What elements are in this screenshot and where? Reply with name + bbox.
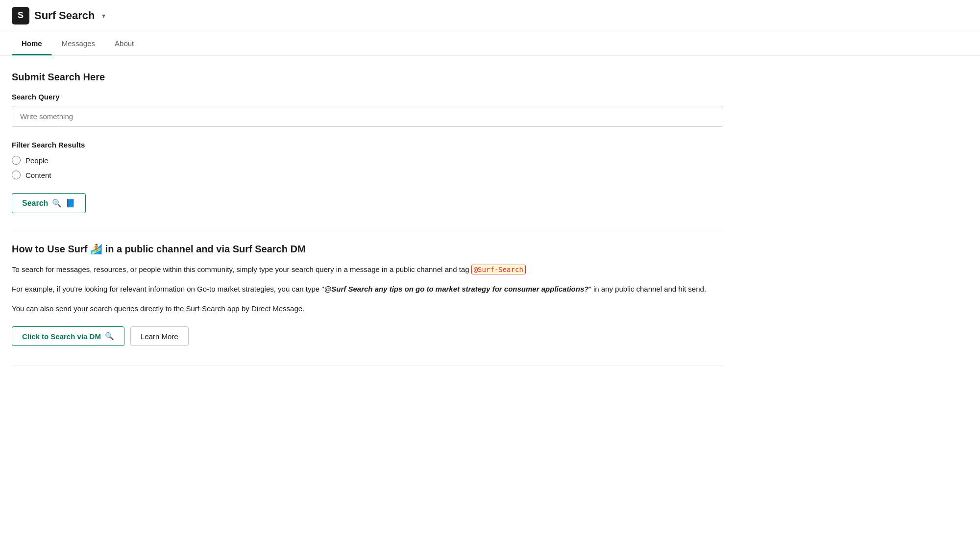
action-buttons: Click to Search via DM 🔍 Learn More: [12, 326, 723, 346]
query-label: Search Query: [12, 93, 723, 101]
bottom-divider: [12, 366, 723, 366]
search-button[interactable]: Search 🔍 📘: [12, 193, 86, 213]
search-button-label: Search: [22, 199, 48, 208]
filter-people[interactable]: People: [12, 156, 723, 165]
main-content: Submit Search Here Search Query Filter S…: [0, 56, 735, 382]
btn-dm-icon: 🔍: [105, 332, 114, 341]
filter-label: Filter Search Results: [12, 141, 723, 149]
how-to-title: How to Use Surf 🏄 in a public channel an…: [12, 243, 723, 255]
filter-radio-group: People Content: [12, 156, 723, 179]
nav-tabs: Home Messages About: [0, 31, 980, 56]
paragraph2-before: For example, if you're looking for relev…: [12, 285, 324, 293]
book-icon: 📘: [66, 198, 75, 208]
app-logo-icon: S: [12, 7, 29, 25]
btn-dm-label: Click to Search via DM: [22, 332, 101, 341]
search-query-input[interactable]: [12, 106, 723, 127]
radio-content-label[interactable]: Content: [25, 171, 51, 179]
btn-learn-label: Learn More: [141, 332, 178, 341]
description-paragraph-1: To search for messages, resources, or pe…: [12, 264, 723, 275]
paragraph2-after: " in any public channel and hit send.: [588, 285, 706, 293]
search-icon: 🔍: [52, 198, 62, 208]
mention-tag: @Surf-Search: [471, 265, 526, 274]
tab-messages[interactable]: Messages: [52, 31, 105, 55]
top-bar: S Surf Search ▾: [0, 0, 980, 31]
radio-people-label[interactable]: People: [25, 156, 49, 165]
radio-people[interactable]: [12, 156, 21, 165]
surf-emoji: 🏄: [90, 244, 102, 254]
radio-content[interactable]: [12, 171, 21, 179]
paragraph2-bold: @Surf Search any tips on go to market st…: [324, 285, 589, 293]
how-to-title-text: How to Use Surf: [12, 244, 90, 254]
dropdown-icon[interactable]: ▾: [102, 12, 105, 20]
tab-about[interactable]: About: [105, 31, 144, 55]
paragraph1-before: To search for messages, resources, or pe…: [12, 265, 471, 273]
app-name: Surf Search: [34, 9, 95, 22]
click-to-dm-button[interactable]: Click to Search via DM 🔍: [12, 326, 124, 346]
how-to-title-rest: in a public channel and via Surf Search …: [102, 244, 306, 254]
tab-home[interactable]: Home: [12, 31, 52, 55]
app-logo[interactable]: S Surf Search ▾: [12, 7, 105, 25]
learn-more-button[interactable]: Learn More: [130, 326, 189, 346]
description-paragraph-2: For example, if you're looking for relev…: [12, 283, 723, 295]
filter-content[interactable]: Content: [12, 171, 723, 179]
section-divider: [12, 231, 723, 231]
section-title: Submit Search Here: [12, 72, 723, 83]
description-paragraph-3: You can also send your search queries di…: [12, 303, 723, 315]
